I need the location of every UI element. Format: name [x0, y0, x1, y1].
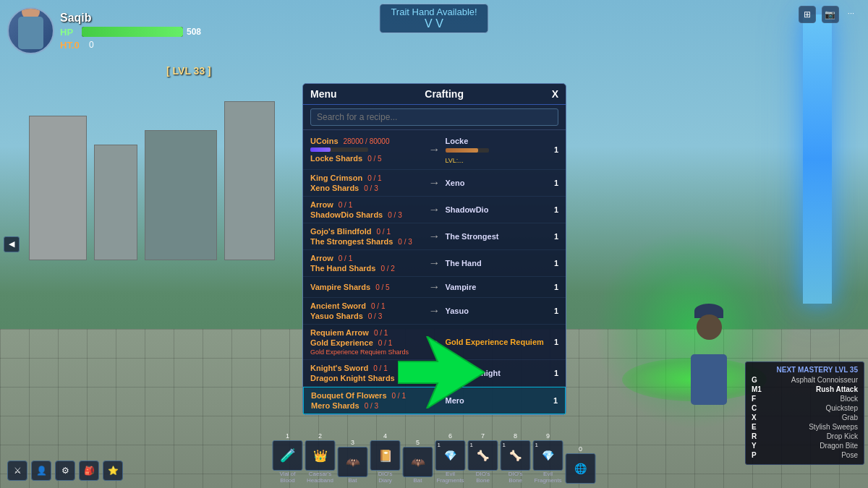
inv-slot-3[interactable]: 3 🦇 Bat: [338, 439, 368, 484]
inv-slot-1[interactable]: 1 🧪 Vial of Blood: [273, 432, 303, 484]
action-btn-5[interactable]: ⭐: [103, 461, 123, 481]
slot-num-6: 6: [448, 432, 452, 440]
key-x: X: [752, 414, 766, 421]
slot-num-2: 2: [318, 432, 322, 440]
ingredient-mero-shards: Mero Shards: [311, 401, 359, 410]
slot-box-1[interactable]: 🧪: [273, 440, 303, 471]
search-input[interactable]: [310, 108, 558, 126]
menu-label: Menu: [310, 88, 337, 100]
slot-label-4: DIO's Diary: [371, 471, 400, 484]
result-xeno-name: Xeno: [446, 179, 465, 187]
slot-label-1: Vial of Blood: [273, 471, 302, 484]
player-character: [680, 300, 738, 387]
slot-box-5[interactable]: 🦇: [403, 447, 433, 477]
keybind-f: F Block: [752, 395, 858, 403]
slot-icon-7: 🦴: [477, 450, 489, 461]
action-c: Quickstep: [772, 404, 858, 412]
ingredient-dk-shards: Dragon Knight Shards: [310, 374, 395, 382]
player-name: Saqib: [60, 12, 201, 25]
arrow-vampire: →: [424, 281, 446, 294]
recipe-row-strongest[interactable]: Gojo's Blindfold 0 / 1 The Strongest Sha…: [303, 223, 566, 250]
locke-lvl: LVL:...: [446, 157, 464, 164]
action-btn-2[interactable]: 👤: [31, 461, 51, 481]
ancient-sword-amount: 0 / 1: [371, 302, 385, 310]
hp-label: HP: [60, 27, 78, 38]
slot-box-6[interactable]: 1 💎: [435, 440, 466, 471]
action-f: Block: [772, 395, 858, 403]
result-thehand-qty: 1: [554, 259, 558, 267]
slot-box-2[interactable]: 👑: [305, 440, 336, 471]
slot-box-3[interactable]: 🦇: [338, 447, 368, 477]
hp-fill: [82, 27, 183, 37]
inv-slot-5[interactable]: 5 🦇 Bat: [403, 439, 433, 484]
slot-label-5: Bat: [413, 478, 422, 484]
recipe-row-shadowdio[interactable]: Arrow 0 / 1 ShadowDio Shards 0 / 3 → Sha…: [303, 197, 566, 223]
recipe-row-vampire[interactable]: Vampire Shards 0 / 5 → Vampire 1: [303, 277, 566, 298]
recipe-row-thehand[interactable]: Arrow 0 / 1 The Hand Shards 0 / 2 → The …: [303, 250, 566, 277]
vampire-shards-amount: 0 / 5: [375, 283, 389, 291]
action-btn-4[interactable]: 🎒: [79, 461, 99, 481]
inv-slot-2[interactable]: 2 👑 Caesar's Headband: [305, 432, 336, 484]
recipe-row-locke[interactable]: UCoins 28000 / 80000 Locke Shards 0 / 5 …: [303, 130, 566, 170]
player-avatar: [7, 7, 54, 54]
keybind-c: C Quickstep: [752, 404, 858, 412]
result-strongest-qty: 1: [554, 232, 558, 241]
result-thehand: The Hand 1: [446, 259, 559, 267]
keybind-e: E Stylish Sweeps: [752, 423, 858, 431]
arrow-locke: →: [424, 143, 446, 156]
slot-count-6: 1: [438, 442, 441, 448]
slot-box-0[interactable]: 🌐: [566, 453, 596, 484]
inv-slot-8[interactable]: 8 1 🦴 DIO's Bone: [501, 432, 531, 484]
close-button[interactable]: X: [552, 88, 558, 100]
result-vampire-name: Vampire: [446, 283, 477, 291]
slot-box-8[interactable]: 1 🦴: [501, 440, 531, 471]
avatar-body: [18, 17, 43, 49]
inv-slot-6[interactable]: 6 1 💎 Evil Fragments: [435, 432, 466, 484]
inv-slot-9[interactable]: 9 1 💎 Evil Fragments: [533, 432, 563, 484]
result-strongest: The Strongest 1: [446, 232, 559, 241]
nav-left[interactable]: ◀: [4, 236, 20, 252]
recipe-row-yasuo[interactable]: Ancient Sword 0 / 1 Yasuo Shards 0 / 3 →…: [303, 298, 566, 325]
action-x: Grab: [772, 414, 858, 421]
action-btn-1[interactable]: ⚔: [7, 461, 27, 481]
slot-label-6: Evil Fragments: [436, 471, 465, 484]
hp-value: 508: [187, 27, 201, 37]
key-r: R: [752, 432, 766, 440]
slot-box-4[interactable]: 📔: [370, 440, 401, 471]
result-shadowdio: ShadowDio 1: [446, 205, 559, 214]
result-locke: Locke LVL:... 1: [446, 134, 559, 166]
slot-icon-2: 👑: [313, 449, 328, 463]
screenshot-icon[interactable]: 📷: [822, 6, 839, 23]
key-g: G: [752, 376, 766, 384]
slot-count-9: 1: [535, 442, 538, 448]
inv-slot-7[interactable]: 7 1 🦴 DIO's Bone: [468, 432, 498, 484]
slot-num-9: 9: [546, 432, 550, 440]
recipe-row-xeno[interactable]: King Crimson 0 / 1 Xeno Shards 0 / 3 → X…: [303, 170, 566, 197]
panel-header: Menu Crafting X: [303, 84, 566, 105]
result-shadowdio-name: ShadowDio: [446, 205, 489, 214]
inv-slot-4[interactable]: 4 📔 DIO's Diary: [370, 432, 401, 484]
inv-slot-0[interactable]: 0 🌐: [566, 445, 596, 484]
ingredient-strongest-shards: The Strongest Shards: [310, 237, 393, 246]
key-c: C: [752, 404, 766, 412]
blue-pillar-effect: [803, 14, 832, 304]
slot-box-9[interactable]: 1 💎: [533, 440, 563, 471]
result-ger-qty: 1: [554, 338, 558, 346]
key-f: F: [752, 395, 766, 403]
slot-box-7[interactable]: 1 🦴: [468, 440, 498, 471]
keybind-g: G Asphalt Connoisseur: [752, 376, 858, 384]
arrow-yasuo: →: [424, 304, 446, 317]
building-2: [94, 145, 137, 260]
ingredient-locke-shards: Locke Shards: [310, 154, 362, 163]
crafting-title: Crafting: [341, 88, 548, 100]
slot-label-8: DIO's Bone: [501, 471, 530, 484]
recipe-ingredients-strongest: Gojo's Blindfold 0 / 1 The Strongest Sha…: [310, 227, 424, 246]
keybind-y: Y Dragon Bite: [752, 442, 858, 450]
result-shadowdio-qty: 1: [554, 205, 558, 214]
shadowdio-shards-amount: 0 / 3: [388, 211, 401, 219]
result-dk-qty: 1: [554, 369, 558, 377]
key-e: E: [752, 423, 766, 431]
ingredient-bouquet: Bouquet Of Flowers: [311, 391, 387, 400]
action-btn-3[interactable]: ⚙: [55, 461, 75, 481]
roblox-icon[interactable]: ⊞: [799, 6, 816, 23]
